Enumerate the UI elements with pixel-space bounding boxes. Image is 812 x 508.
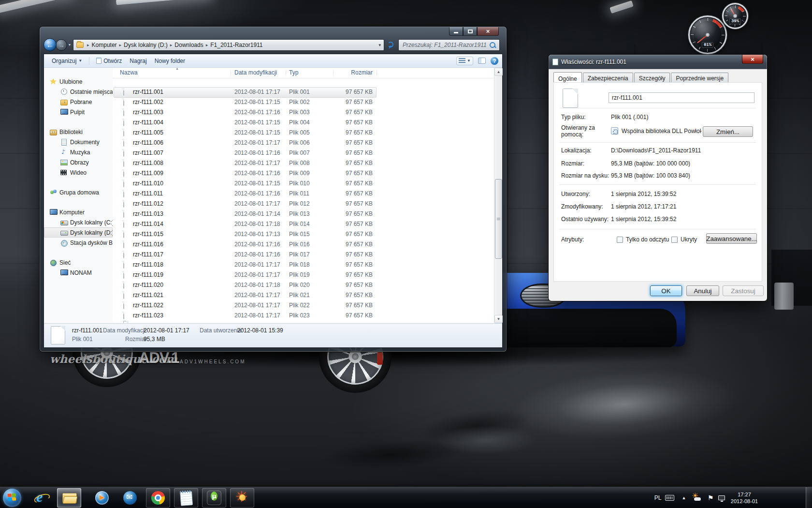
filename-field[interactable]: [609, 92, 754, 103]
column-separator[interactable]: [377, 69, 377, 77]
table-row[interactable]: rzr-f111.0062012-08-01 17:17Plik 00697 6…: [113, 138, 494, 148]
table-row[interactable]: rzr-f111.0162012-08-01 17:16Plik 01697 6…: [113, 239, 494, 250]
column-separator[interactable]: [333, 69, 334, 77]
table-row[interactable]: rzr-f111.0032012-08-01 17:16Plik 00397 6…: [113, 107, 494, 118]
breadcrumb-segment[interactable]: Downloads: [174, 42, 203, 48]
organize-button[interactable]: Organizuj▼: [48, 56, 86, 66]
table-row[interactable]: rzr-f111.0022012-08-01 17:15Plik 00297 6…: [113, 97, 494, 107]
show-desktop-button[interactable]: [806, 487, 812, 508]
preview-pane-button[interactable]: [478, 58, 486, 64]
address-bar[interactable]: ▸Komputer▸Dysk lokalny (D:)▸Downloads▸F1…: [73, 39, 384, 51]
weather-tray-icon[interactable]: ☀: [690, 487, 703, 508]
table-row[interactable]: rzr-f111.0092012-08-01 17:16Plik 00997 6…: [113, 168, 494, 179]
sidebar-item-komputer[interactable]: Komputer: [44, 207, 113, 217]
table-row[interactable]: rzr-f111.0182012-08-01 17:17Plik 01897 6…: [113, 260, 494, 270]
open-button[interactable]: Otwórz: [92, 56, 126, 66]
forward-button[interactable]: →: [56, 39, 67, 51]
breadcrumb-segment[interactable]: Dysk lokalny (D:): [124, 42, 168, 48]
change-view-button[interactable]: ▼: [456, 57, 473, 65]
search-icon[interactable]: [489, 41, 497, 49]
breadcrumb-segment[interactable]: Komputer: [92, 42, 117, 48]
dialog-close-button[interactable]: ×: [742, 55, 763, 64]
column-separator[interactable]: [231, 69, 231, 77]
vertical-scrollbar[interactable]: ▲ ▼: [494, 68, 502, 323]
search-input[interactable]: [399, 42, 489, 48]
table-row[interactable]: rzr-f111.0052012-08-01 17:15Plik 00597 6…: [113, 128, 494, 138]
breadcrumb-segment[interactable]: F1_2011-Razor1911: [210, 42, 262, 48]
cancel-button[interactable]: Anuluj: [686, 285, 719, 296]
table-row[interactable]: rzr-f111.0192012-08-01 17:17Plik 01997 6…: [113, 270, 494, 280]
language-indicator[interactable]: PL: [652, 487, 664, 508]
media-player-taskbar-button[interactable]: [90, 488, 114, 508]
sidebar-item-muzyka[interactable]: Muzyka: [44, 147, 113, 157]
column-separator[interactable]: [286, 69, 286, 77]
column-header-type[interactable]: Typ: [289, 69, 298, 76]
sidebar-item-ulubione[interactable]: Ulubione: [44, 76, 113, 87]
apply-button[interactable]: Zastosuj: [723, 285, 764, 296]
scrollbar-thumb[interactable]: [495, 179, 502, 259]
table-row[interactable]: rzr-f111.0102012-08-01 17:15Plik 01097 6…: [113, 179, 494, 189]
ok-button[interactable]: OK: [650, 285, 682, 296]
internet-explorer-taskbar-button[interactable]: [29, 488, 53, 508]
table-row[interactable]: rzr-f111.0232012-08-01 17:17Plik 02397 6…: [113, 311, 494, 321]
table-row[interactable]: rzr-f111.0132012-08-01 17:14Plik 01397 6…: [113, 209, 494, 219]
sun-smiley-taskbar-button[interactable]: [230, 488, 254, 508]
column-header-size[interactable]: Rozmiar: [335, 69, 373, 76]
table-row[interactable]: rzr-f111.0212012-08-01 17:17Plik 02197 6…: [113, 290, 494, 300]
sidebar-item-nonam[interactable]: NONAM: [44, 268, 113, 278]
help-button[interactable]: ?: [491, 57, 498, 65]
hidden-checkbox[interactable]: [671, 237, 678, 243]
chrome-taskbar-button[interactable]: [146, 488, 170, 508]
windows-explorer-taskbar-button[interactable]: [57, 488, 81, 508]
notepad-taskbar-button[interactable]: [174, 488, 198, 508]
history-dropdown-icon[interactable]: ▾: [69, 43, 71, 47]
sidebar-item-ostatnie-miejsca[interactable]: Ostatnie miejsca: [44, 87, 113, 97]
cpu-meter-gadget[interactable]: 01%: [688, 15, 727, 54]
table-row[interactable]: rzr-f111.0202012-08-01 17:18Plik 02097 6…: [113, 280, 494, 290]
start-button[interactable]: [3, 489, 21, 507]
table-row[interactable]: rzr-f111.0112012-08-01 17:16Plik 01197 6…: [113, 189, 494, 199]
scroll-up-button[interactable]: ▲: [494, 68, 503, 76]
burn-button[interactable]: Nagraj: [126, 56, 150, 66]
table-row[interactable]: rzr-f111.0152012-08-01 17:13Plik 01597 6…: [113, 229, 494, 239]
table-row[interactable]: rzr-f111.0042012-08-01 17:15Plik 00497 6…: [113, 118, 494, 128]
table-row[interactable]: rzr-f111.0142012-08-01 17:18Plik 01497 6…: [113, 219, 494, 229]
table-row[interactable]: rzr-f111.0072012-08-01 17:16Plik 00797 6…: [113, 148, 494, 158]
sidebar-item-pobrane[interactable]: Pobrane: [44, 97, 113, 107]
address-dropdown-icon[interactable]: ▾: [378, 43, 381, 47]
refresh-button[interactable]: [387, 41, 395, 49]
taskbar-clock[interactable]: 17:27 2012-08-01: [726, 487, 763, 508]
sidebar-item-wideo[interactable]: Wideo: [44, 167, 113, 178]
new-folder-button[interactable]: Nowy folder: [151, 56, 189, 66]
maximize-button[interactable]: [463, 27, 477, 36]
back-button[interactable]: ←: [44, 38, 57, 51]
sidebar-item-stacja-dysków-bd-r[interactable]: Stacja dysków BD-R: [44, 238, 113, 248]
sidebar-item-biblioteki[interactable]: Biblioteki: [44, 127, 113, 137]
table-row[interactable]: rzr-f111.0082012-08-01 17:17Plik 00897 6…: [113, 158, 494, 168]
advanced-button[interactable]: Zaawansowane...: [706, 233, 757, 244]
sidebar-item-dokumenty[interactable]: Dokumenty: [44, 137, 113, 147]
sidebar-item-pulpit[interactable]: Pulpit: [44, 107, 113, 117]
show-hidden-icons-icon[interactable]: ▲: [679, 487, 689, 508]
change-button[interactable]: Zmień...: [703, 126, 753, 137]
column-header-modified[interactable]: Data modyfikacji: [234, 69, 277, 76]
sidebar-item-obrazy[interactable]: Obrazy: [44, 157, 113, 167]
keyboard-icon[interactable]: [663, 487, 676, 508]
sidebar-item-dysk-lokalny-c-[interactable]: Dysk lokalny (C:): [44, 217, 113, 227]
sidebar-item-grupa-domowa[interactable]: Grupa domowa: [44, 187, 113, 197]
scroll-down-button[interactable]: ▼: [494, 315, 503, 323]
close-button[interactable]: ×: [477, 27, 499, 36]
table-row[interactable]: rzr-f111.0172012-08-01 17:16Plik 01797 6…: [113, 250, 494, 260]
utorrent-taskbar-button[interactable]: [202, 488, 226, 508]
action-center-flag-icon[interactable]: ⚑: [705, 487, 716, 508]
column-header-name[interactable]: Nazwa: [120, 69, 138, 76]
ram-meter-gadget[interactable]: 39%: [722, 3, 748, 29]
table-row[interactable]: rzr-f111.0122012-08-01 17:17Plik 01297 6…: [113, 199, 494, 209]
readonly-checkbox[interactable]: [617, 237, 623, 243]
minimize-button[interactable]: [449, 27, 463, 36]
thunderbird-taskbar-button[interactable]: [118, 488, 142, 508]
sidebar-item-dysk-lokalny-d-[interactable]: Dysk lokalny (D:): [44, 227, 113, 238]
table-row[interactable]: rzr-f111.0222012-08-01 17:17Plik 02297 6…: [113, 300, 494, 311]
table-row[interactable]: rzr-f111.0012012-08-01 17:17Plik 00197 6…: [113, 87, 494, 97]
sidebar-item-sieć[interactable]: Sieć: [44, 257, 113, 268]
